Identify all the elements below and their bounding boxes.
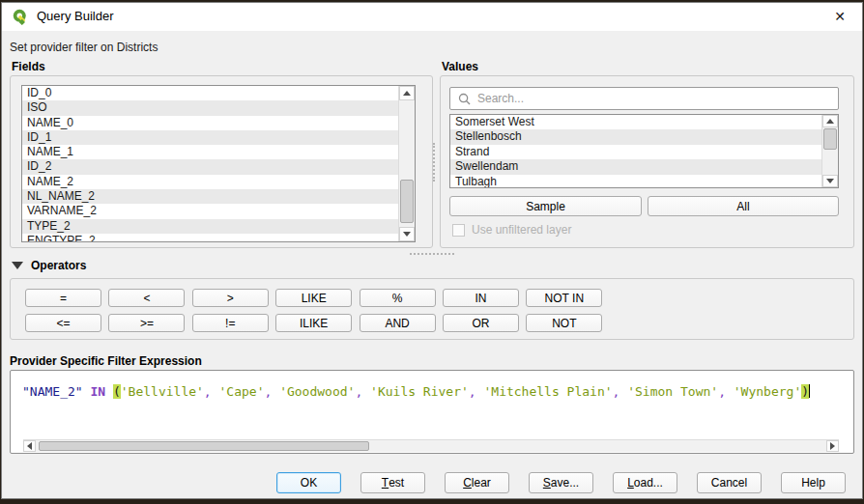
close-button[interactable]: ✕	[821, 4, 858, 29]
all-button[interactable]: All	[648, 196, 839, 216]
help-button[interactable]: Help	[781, 472, 846, 493]
expression-section-label: Provider Specific Filter Expression	[10, 354, 202, 368]
expr-space	[272, 384, 279, 399]
operator-button--[interactable]: !=	[192, 314, 269, 332]
test-button[interactable]: Test	[360, 472, 425, 493]
expr-string-token: 'Wynberg'	[734, 384, 801, 399]
search-icon	[458, 93, 471, 105]
fields-list[interactable]: ID_0ISONAME_0ID_1NAME_1ID_2NAME_2NL_NAME…	[21, 85, 416, 242]
expr-string-token: 'Kuils River'	[370, 384, 469, 399]
value-list-item[interactable]: Stellenbosch	[450, 129, 838, 144]
operators-header[interactable]: Operators	[12, 259, 86, 272]
operator-button-not-in[interactable]: NOT IN	[526, 289, 602, 307]
sample-button[interactable]: Sample	[449, 196, 642, 216]
text-cursor	[809, 384, 810, 398]
expr-comma: ,	[204, 384, 212, 399]
operator-button-like[interactable]: LIKE	[275, 289, 352, 307]
field-list-item[interactable]: NL_NAME_2	[22, 189, 415, 204]
scroll-left-icon[interactable]	[23, 440, 36, 452]
scroll-up-icon[interactable]	[822, 115, 838, 127]
field-list-item[interactable]: VARNAME_2	[22, 204, 415, 218]
expr-open-paren: (	[113, 384, 121, 399]
search-input[interactable]: Search...	[449, 87, 839, 110]
values-section-label: Values	[442, 60, 478, 73]
operator-button-in[interactable]: IN	[443, 289, 519, 307]
qgis-logo-icon	[12, 8, 29, 25]
field-list-item[interactable]: ENGTYPE_2	[22, 234, 415, 242]
expr-string-token: 'Bellville'	[121, 384, 204, 399]
search-placeholder: Search...	[477, 92, 524, 105]
horizontal-splitter-handle[interactable]	[410, 253, 454, 255]
operators-section-label: Operators	[31, 259, 86, 272]
expr-operator-token: IN	[90, 384, 105, 399]
operators-row-2: <=>=!=ILIKEANDORNOT	[25, 314, 602, 332]
value-list-item[interactable]: Somerset West	[450, 115, 838, 129]
scroll-up-icon[interactable]	[399, 86, 415, 100]
scrollbar-thumb[interactable]	[39, 441, 369, 451]
dialog-subtitle: Set provider filter on Districts	[10, 41, 158, 54]
expr-string-token: 'Simon Town'	[627, 384, 718, 399]
fields-scrollbar[interactable]	[398, 86, 415, 241]
field-list-item[interactable]: NAME_1	[22, 145, 415, 159]
expression-text[interactable]: "NAME_2" IN ('Bellville', 'Cape', 'Goodw…	[22, 384, 810, 399]
ok-button[interactable]: OK	[276, 472, 341, 493]
scrollbar-thumb[interactable]	[823, 128, 837, 150]
field-list-item[interactable]: TYPE_2	[22, 219, 415, 234]
value-list-item[interactable]: Tulbagh	[450, 175, 838, 188]
field-list-item[interactable]: NAME_2	[22, 175, 415, 189]
cancel-button[interactable]: Cancel	[697, 472, 762, 493]
save-button[interactable]: Save...	[529, 472, 593, 493]
field-list-item[interactable]: NAME_0	[22, 116, 415, 130]
operator-button--[interactable]: <	[108, 289, 185, 307]
vertical-splitter-handle[interactable]	[433, 143, 435, 182]
expr-space	[726, 384, 734, 399]
expr-space	[105, 384, 113, 399]
field-list-item[interactable]: ID_2	[22, 159, 415, 174]
expr-string-token: 'Mitchells Plain'	[483, 384, 612, 399]
expr-close-paren: )	[801, 384, 809, 399]
use-unfiltered-label: Use unfiltered layer	[472, 223, 571, 237]
values-list[interactable]: Somerset WestStellenboschStrandSwellenda…	[449, 114, 839, 188]
operator-button--[interactable]: %	[360, 289, 436, 307]
window-title: Query Builder	[37, 9, 113, 23]
expr-comma: ,	[469, 384, 476, 399]
value-list-item[interactable]: Strand	[450, 145, 838, 159]
operator-button--[interactable]: =	[25, 289, 101, 307]
scroll-down-icon[interactable]	[822, 175, 838, 187]
scroll-right-icon[interactable]	[826, 440, 839, 452]
values-scrollbar[interactable]	[821, 115, 838, 187]
scroll-down-icon[interactable]	[399, 227, 415, 241]
title-bar	[2, 3, 862, 31]
operator-button-or[interactable]: OR	[443, 314, 519, 332]
operators-row-1: =<>LIKE%INNOT IN	[25, 289, 602, 307]
operator-button-not[interactable]: NOT	[526, 314, 602, 332]
expr-space	[212, 384, 219, 399]
expr-comma: ,	[718, 384, 726, 399]
collapse-arrow-icon[interactable]	[12, 262, 23, 269]
field-list-item[interactable]: ID_0	[22, 86, 415, 100]
expr-field-token: "NAME_2"	[22, 384, 83, 399]
operator-button--[interactable]: >=	[108, 314, 185, 332]
operator-button-ilike[interactable]: ILIKE	[275, 314, 352, 332]
use-unfiltered-checkbox[interactable]	[452, 224, 465, 237]
field-list-item[interactable]: ISO	[22, 100, 415, 115]
screen: { "window": { "title": "Query Builder", …	[0, 0, 864, 504]
operator-button--[interactable]: >	[192, 289, 269, 307]
expr-space	[362, 384, 370, 399]
field-list-item[interactable]: ID_1	[22, 130, 415, 145]
operator-button--[interactable]: <=	[25, 314, 101, 332]
expr-string-token: 'Goodwood'	[279, 384, 355, 399]
value-list-item[interactable]: Swellendam	[450, 159, 838, 174]
operator-button-and[interactable]: AND	[360, 314, 436, 332]
clear-button[interactable]: Clear	[445, 472, 509, 493]
expression-hscrollbar[interactable]	[23, 439, 839, 452]
scrollbar-thumb[interactable]	[400, 180, 414, 223]
fields-section-label: Fields	[12, 60, 45, 73]
load-button[interactable]: Load...	[613, 472, 677, 493]
expr-string-token: 'Cape'	[219, 384, 265, 399]
